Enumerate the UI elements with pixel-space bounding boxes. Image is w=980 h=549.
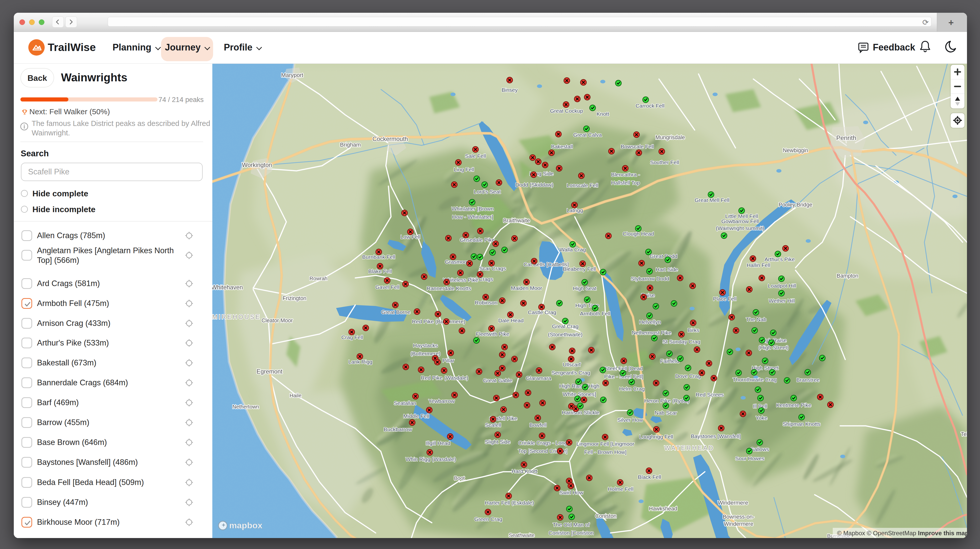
svg-text:mapbox: mapbox bbox=[229, 520, 262, 530]
